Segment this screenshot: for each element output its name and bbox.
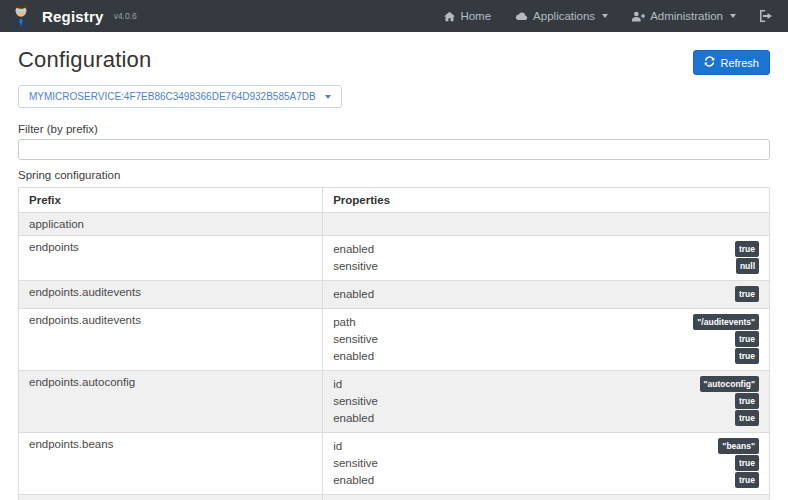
properties-cell: enabledtruesensitivenull bbox=[323, 236, 770, 281]
refresh-button-label: Refresh bbox=[720, 57, 759, 69]
property-name: id bbox=[333, 440, 342, 453]
nav-item-administration[interactable]: Administration bbox=[632, 10, 736, 22]
prefix-cell: endpoints.beans bbox=[19, 433, 323, 495]
service-selector-dropdown[interactable]: MYMICROSERVICE:4F7EB86C3498366DE764D932B… bbox=[18, 85, 342, 108]
navbar-menu: Home Applications Administration bbox=[444, 10, 772, 22]
config-table-body: applicationendpointsenabledtruesensitive… bbox=[19, 213, 770, 500]
property-name: sensitive bbox=[333, 260, 378, 273]
page-title: Configuration bbox=[18, 47, 151, 73]
property-value-badge: true bbox=[735, 410, 759, 426]
main-content: Configuration Refresh MYMICROSERVICE:4F7… bbox=[0, 32, 788, 500]
prefix-cell: endpoints.autoconfig bbox=[19, 371, 323, 433]
prefix-cell: endpoints.auditevents bbox=[19, 281, 323, 309]
property-line: id"beans" bbox=[333, 438, 759, 454]
home-icon bbox=[444, 11, 455, 22]
property-value-badge: "autoconfig" bbox=[700, 376, 760, 392]
nav-item-label: Home bbox=[460, 10, 491, 22]
chevron-down-icon bbox=[325, 95, 331, 99]
property-name: sensitive bbox=[333, 333, 378, 346]
properties-cell: enabledtrue bbox=[323, 281, 770, 309]
property-value-badge: true bbox=[735, 331, 759, 347]
refresh-button[interactable]: Refresh bbox=[693, 50, 770, 75]
properties-cell: id"autoconfig"sensitivetrueenabledtrue bbox=[323, 371, 770, 433]
user-plus-icon bbox=[632, 11, 645, 22]
property-line: sensitivetrue bbox=[333, 331, 759, 347]
property-name: path bbox=[333, 316, 355, 329]
config-table: Prefix Properties applicationendpointsen… bbox=[18, 187, 770, 500]
properties-cell: id"beans"sensitivetrueenabledtrue bbox=[323, 433, 770, 495]
refresh-icon bbox=[704, 56, 715, 69]
table-row: endpoints.beansid"beans"sensitivetrueena… bbox=[19, 433, 770, 495]
app-version: v4.0.6 bbox=[114, 11, 137, 21]
property-value-badge: "beans" bbox=[718, 438, 759, 454]
prefix-cell: endpoints.configprops bbox=[19, 495, 323, 500]
properties-cell: path"/auditevents"sensitivetrueenabledtr… bbox=[323, 309, 770, 371]
nav-item-label: Applications bbox=[533, 10, 595, 22]
property-line: enabledtrue bbox=[333, 241, 759, 257]
property-value-badge: true bbox=[735, 286, 759, 302]
properties-cell: id"configprops"sensitivetrueenabledtrue bbox=[323, 495, 770, 500]
property-line: enabledtrue bbox=[333, 472, 759, 488]
property-name: enabled bbox=[333, 474, 374, 487]
prefix-cell: application bbox=[19, 213, 323, 236]
column-header-properties: Properties bbox=[323, 188, 770, 213]
app-title: Registry bbox=[42, 8, 104, 25]
property-line: id"autoconfig" bbox=[333, 376, 759, 392]
property-name: enabled bbox=[333, 288, 374, 301]
service-selector-label: MYMICROSERVICE:4F7EB86C3498366DE764D932B… bbox=[29, 91, 316, 102]
chevron-down-icon bbox=[602, 14, 608, 18]
table-row: endpoints.auditeventsenabledtrue bbox=[19, 281, 770, 309]
table-row: endpoints.configpropsid"configprops"sens… bbox=[19, 495, 770, 500]
property-value-badge: true bbox=[735, 393, 759, 409]
properties-cell bbox=[323, 213, 770, 236]
nav-item-applications[interactable]: Applications bbox=[515, 10, 608, 22]
brand[interactable]: Registry v4.0.6 bbox=[8, 2, 137, 30]
cloud-icon bbox=[515, 11, 528, 22]
chevron-down-icon bbox=[730, 14, 736, 18]
page-header: Configuration Refresh bbox=[18, 47, 770, 75]
column-header-prefix: Prefix bbox=[19, 188, 323, 213]
prefix-cell: endpoints.auditevents bbox=[19, 309, 323, 371]
prefix-cell: endpoints bbox=[19, 236, 323, 281]
property-line: sensitivetrue bbox=[333, 455, 759, 471]
property-name: id bbox=[333, 378, 342, 391]
table-header-row: Prefix Properties bbox=[19, 188, 770, 213]
filter-input[interactable] bbox=[18, 139, 770, 160]
property-line: sensitivenull bbox=[333, 258, 759, 274]
table-row: endpoints.autoconfigid"autoconfig"sensit… bbox=[19, 371, 770, 433]
property-value-badge: null bbox=[736, 258, 759, 274]
sign-out-icon bbox=[760, 10, 772, 22]
property-name: enabled bbox=[333, 243, 374, 256]
section-label: Spring configuration bbox=[18, 169, 770, 181]
table-row: endpoints.auditeventspath"/auditevents"s… bbox=[19, 309, 770, 371]
property-line: enabledtrue bbox=[333, 286, 759, 302]
sign-out-button[interactable] bbox=[760, 10, 772, 22]
property-name: sensitive bbox=[333, 457, 378, 470]
property-value-badge: true bbox=[735, 455, 759, 471]
user-avatar bbox=[8, 2, 34, 30]
property-value-badge: true bbox=[735, 348, 759, 364]
filter-label: Filter (by prefix) bbox=[18, 123, 770, 135]
property-line: enabledtrue bbox=[333, 410, 759, 426]
property-name: enabled bbox=[333, 350, 374, 363]
property-name: enabled bbox=[333, 412, 374, 425]
nav-item-home[interactable]: Home bbox=[444, 10, 491, 22]
table-row: endpointsenabledtruesensitivenull bbox=[19, 236, 770, 281]
table-row: application bbox=[19, 213, 770, 236]
property-line: path"/auditevents" bbox=[333, 314, 759, 330]
property-value-badge: true bbox=[735, 241, 759, 257]
property-value-badge: "/auditevents" bbox=[693, 314, 759, 330]
property-line: sensitivetrue bbox=[333, 393, 759, 409]
property-value-badge: true bbox=[735, 472, 759, 488]
nav-item-label: Administration bbox=[650, 10, 723, 22]
navbar: Registry v4.0.6 Home Applications Admini… bbox=[0, 0, 788, 32]
property-name: sensitive bbox=[333, 395, 378, 408]
property-line: enabledtrue bbox=[333, 348, 759, 364]
